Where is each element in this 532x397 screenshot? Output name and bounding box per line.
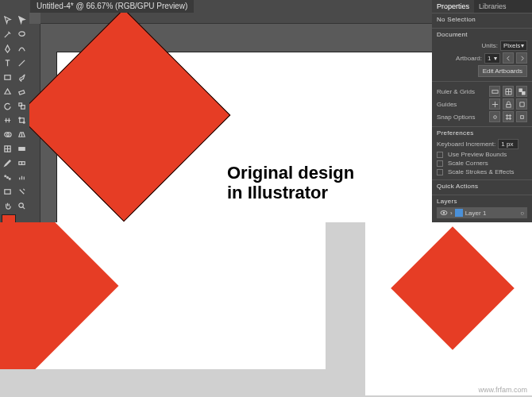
rotate-tool[interactable] — [0, 98, 14, 113]
layers-heading: Layers — [437, 198, 527, 205]
caption-text: Original design — [227, 163, 354, 183]
artboard-tool[interactable] — [0, 184, 14, 198]
layer-name: Layer 1 — [465, 210, 487, 217]
use-preview-bounds-checkbox[interactable] — [437, 152, 443, 158]
pen-tool[interactable] — [0, 41, 14, 56]
scale-strokes-checkbox[interactable] — [437, 169, 443, 175]
svg-rect-1 — [4, 75, 10, 79]
svg-rect-21 — [522, 91, 525, 94]
svg-rect-24 — [520, 115, 523, 118]
layer-row[interactable]: › Layer 1 ○ — [437, 207, 527, 218]
svg-rect-11 — [18, 147, 24, 150]
snap-point-icon[interactable] — [489, 111, 500, 122]
zoom-tool[interactable] — [14, 198, 29, 213]
shape-builder-tool[interactable] — [0, 127, 14, 141]
perspective-tool[interactable] — [14, 127, 29, 141]
document-heading: Document — [437, 31, 527, 38]
caption-original: Original design in Illustrator — [227, 163, 354, 203]
slice-tool[interactable] — [14, 184, 29, 198]
svg-rect-13 — [21, 161, 25, 164]
canvas[interactable]: Original design in Illustrator — [40, 24, 432, 222]
direct-selection-tool[interactable] — [14, 13, 29, 27]
svg-point-0 — [18, 31, 24, 36]
prev-artboard-button[interactable] — [503, 52, 514, 64]
snap-options-label: Snap Options — [437, 114, 487, 121]
artboard-label: Artboard: — [456, 55, 482, 62]
scale-corners-label: Scale Corners — [448, 160, 488, 167]
ruler-icon[interactable] — [489, 86, 500, 97]
graph-tool[interactable] — [14, 170, 29, 184]
svg-point-26 — [443, 212, 445, 214]
artboard-select[interactable]: 1▾ — [484, 53, 500, 64]
lasso-tool[interactable] — [14, 27, 29, 41]
properties-panel: Properties Libraries No Selection Docume… — [432, 0, 532, 222]
symbol-tool[interactable] — [0, 170, 14, 184]
units-label: Units: — [482, 42, 498, 49]
canvas-area: Original design in Illustrator — [29, 13, 432, 222]
preferences-heading: Preferences — [437, 129, 527, 137]
line-tool[interactable] — [14, 56, 29, 70]
selection-tool[interactable] — [0, 13, 14, 27]
keyboard-increment-input[interactable]: 1 px — [498, 139, 519, 149]
type-tool[interactable] — [0, 56, 14, 70]
tab-libraries[interactable]: Libraries — [474, 0, 511, 13]
edit-artboards-button[interactable]: Edit Artboards — [478, 65, 527, 77]
svg-point-14 — [6, 176, 8, 178]
watermark: www.frfam.com — [478, 386, 527, 394]
diamond-clipped — [0, 222, 118, 369]
eyedropper-tool[interactable] — [0, 156, 14, 170]
layer-color — [455, 209, 463, 217]
next-artboard-button[interactable] — [516, 52, 527, 64]
snap-pixel-icon[interactable] — [516, 111, 527, 122]
transparency-grid-icon[interactable] — [516, 86, 527, 97]
paintbrush-tool[interactable] — [14, 70, 29, 84]
rectangle-tool[interactable] — [0, 70, 14, 84]
mesh-tool[interactable] — [0, 141, 14, 156]
svg-rect-22 — [506, 104, 510, 107]
svg-rect-2 — [18, 90, 24, 94]
artboards-cleared-panel — [365, 222, 532, 395]
hand-tool[interactable] — [0, 198, 14, 213]
keyboard-increment-label: Keyboard Increment: — [437, 141, 495, 148]
svg-point-16 — [9, 178, 10, 179]
free-transform-tool[interactable] — [14, 113, 29, 127]
guides-lock-icon[interactable] — [503, 98, 514, 110]
blend-tool[interactable] — [14, 156, 29, 170]
shaper-tool[interactable] — [0, 84, 14, 98]
caption-text: in Illustrator — [227, 183, 354, 202]
document-tab[interactable]: Untitled-4* @ 66.67% (RGB/GPU Preview) — [30, 0, 194, 13]
illustrator-window: Untitled-4* @ 66.67% (RGB/GPU Preview) — [0, 0, 532, 222]
guides-smart-icon[interactable] — [516, 98, 527, 110]
tab-properties[interactable]: Properties — [432, 0, 474, 13]
svg-rect-17 — [4, 189, 10, 194]
comparison-area: Use Artboards checked Use Artboards clea… — [0, 222, 532, 397]
curvature-tool[interactable] — [14, 41, 29, 56]
gradient-tool[interactable] — [14, 141, 29, 156]
svg-rect-19 — [492, 90, 497, 93]
guides-show-icon[interactable] — [489, 98, 500, 110]
grid-icon[interactable] — [503, 86, 514, 97]
width-tool[interactable] — [0, 113, 14, 127]
artboards-checked-panel — [0, 222, 326, 369]
svg-point-23 — [493, 115, 496, 118]
eye-icon[interactable] — [440, 209, 448, 217]
no-selection-label: No Selection — [437, 16, 527, 23]
diamond-full — [391, 226, 515, 350]
svg-rect-20 — [519, 88, 522, 91]
units-select[interactable]: Pixels▾ — [500, 40, 527, 51]
scale-tool[interactable] — [14, 98, 29, 113]
toolbox — [0, 13, 29, 222]
ruler-grids-label: Ruler & Grids — [437, 88, 487, 95]
color-swatches[interactable] — [0, 213, 29, 222]
eraser-tool[interactable] — [14, 84, 29, 98]
scale-strokes-label: Scale Strokes & Effects — [448, 168, 514, 175]
svg-point-15 — [4, 175, 6, 176]
magic-wand-tool[interactable] — [0, 27, 14, 41]
layer-target-icon[interactable]: ○ — [520, 210, 524, 217]
ruler-horizontal[interactable] — [40, 13, 432, 24]
snap-grid-icon[interactable] — [503, 111, 514, 122]
quick-actions-heading: Quick Actions — [437, 183, 527, 190]
guides-label: Guides — [437, 101, 487, 108]
use-preview-bounds-label: Use Preview Bounds — [448, 151, 507, 158]
scale-corners-checkbox[interactable] — [437, 160, 443, 167]
